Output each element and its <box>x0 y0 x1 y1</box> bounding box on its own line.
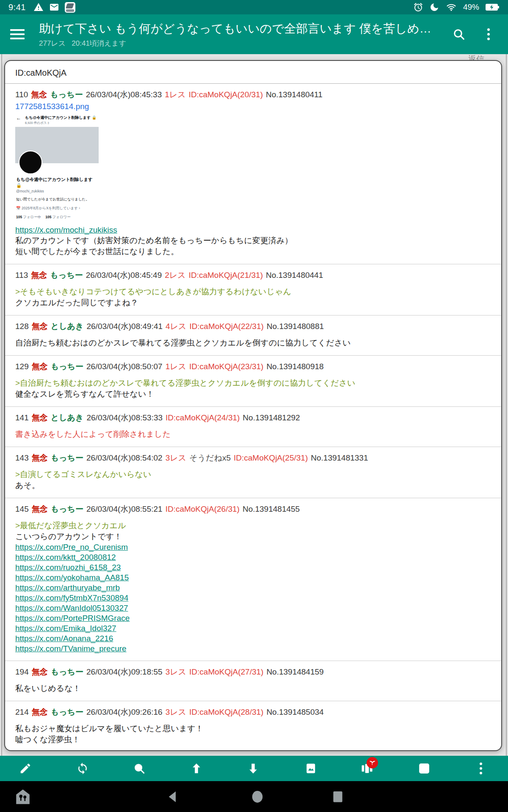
external-link[interactable]: https://x.com/Pre_no_Curenism <box>15 542 491 552</box>
post-id[interactable]: ID:caMoKQjA(23/31) <box>189 362 263 371</box>
refresh-icon[interactable] <box>75 761 90 776</box>
post-id[interactable]: ID:caMoKQjA(28/31) <box>189 708 263 716</box>
post-no: No.1391484159 <box>266 667 323 676</box>
post-214: 214無念もっちー26/03/04(水)09:26:163レスID:caMoKQ… <box>5 701 501 751</box>
post-author: もっちー <box>50 271 83 280</box>
post-datetime: 26/03/04(水)08:53:33 <box>86 413 163 422</box>
external-link[interactable]: https://x.com/Aonana_2216 <box>15 634 491 644</box>
post-datetime: 26/03/04(水)08:50:07 <box>86 362 163 371</box>
post-datetime: 26/03/04(水)08:45:49 <box>86 271 162 280</box>
post-no: No.1391481292 <box>243 413 300 422</box>
post-res-count[interactable]: 3レス <box>166 453 186 462</box>
recents-icon[interactable] <box>331 789 345 805</box>
bottom-toolbar <box>0 756 508 781</box>
post-mitei: 無念 <box>31 90 47 99</box>
back-icon[interactable] <box>166 789 180 805</box>
external-link[interactable]: https://x.com/PortePRISMGrace <box>15 613 491 623</box>
thread-subtitle: 277レス 20:41頃消えます <box>39 38 439 48</box>
post-id[interactable]: ID:caMoKQjA(21/31) <box>189 271 263 280</box>
post-res-count[interactable]: 2レス <box>165 271 185 280</box>
more-icon[interactable] <box>473 761 489 776</box>
post-body: 書き込みをした人によって削除されました <box>15 429 491 440</box>
external-link[interactable]: https://x.com/Emika_Idol327 <box>15 623 491 634</box>
post-res-count[interactable]: 1レス <box>166 362 186 371</box>
post-text: あそ。 <box>15 480 491 491</box>
scroll-up-icon[interactable] <box>189 761 204 776</box>
post-128: 128無念としあき26/03/04(水)08:49:414レスID:caMoKQ… <box>5 315 501 355</box>
tweet-handle: @mochi_zukikiss <box>16 189 99 193</box>
thread-title-block: 助けて下さい もう何がどうなってもいいので全部言います 僕を苦しめ… 277レス… <box>39 21 439 48</box>
stats-icon[interactable] <box>417 761 432 776</box>
post-deleted-text: 書き込みをした人によって削除されました <box>15 429 491 440</box>
menu-icon[interactable] <box>10 29 25 39</box>
post-no: No.1391481455 <box>243 505 300 513</box>
post-id[interactable]: ID:caMoKQjA(27/31) <box>189 667 263 676</box>
post-res-count[interactable]: 3レス <box>166 708 186 716</box>
search-icon[interactable] <box>450 25 468 44</box>
post-res-count[interactable]: 1レス <box>165 90 185 99</box>
post-res-count[interactable]: 4レス <box>166 322 186 331</box>
tweet-joined: 📅 2025年8月からXを利用しています › <box>16 206 99 211</box>
post-datetime: 26/03/04(水)08:45:33 <box>86 90 162 99</box>
post-body: https://x.com/mochi_zukikiss 私のアカウントです（妨… <box>15 225 491 257</box>
post-id[interactable]: ID:caMoKQjA(20/31) <box>189 90 263 99</box>
post-header: 194無念もっちー26/03/04(水)09:18:553レスID:caMoKQ… <box>15 667 491 678</box>
post-no: No.1391480411 <box>266 90 323 99</box>
alarm-icon <box>413 2 423 12</box>
post-author: もっちー <box>51 453 83 462</box>
scroll-down-icon[interactable] <box>246 761 261 776</box>
app-bar: 助けて下さい もう何がどうなってもいいので全部言います 僕を苦しめ… 277レス… <box>0 14 508 54</box>
post-id[interactable]: ID:caMoKQjA(24/31) <box>166 413 240 422</box>
external-link[interactable]: https://x.com/ruozhi_6158_23 <box>15 562 491 573</box>
attachment-thumbnail[interactable]: ← もち@今週中にアカウント削除します 🔒 6,920 件のポスト もち@今週中… <box>15 115 99 220</box>
external-link[interactable]: https://x.com/mochi_zukikiss <box>15 225 491 235</box>
external-link[interactable]: https://x.com/kktt_20080812 <box>15 552 491 562</box>
post-header: 214無念もっちー26/03/04(水)09:26:163レスID:caMoKQ… <box>15 707 491 718</box>
post-id[interactable]: ID:caMoKQjA(25/31) <box>234 453 308 462</box>
post-mitei: 無念 <box>32 413 48 422</box>
post-author: もっちー <box>51 505 83 513</box>
post-header: 113無念もっちー26/03/04(水)08:45:492レスID:caMoKQ… <box>15 270 491 281</box>
post-id[interactable]: ID:caMoKQjA(22/31) <box>190 322 264 331</box>
overflow-icon[interactable] <box>479 25 498 44</box>
post-text: 嘘つくな淫夢虫！ <box>15 734 491 745</box>
avatar <box>19 151 42 174</box>
post-quote: >自治厨たち頼むおはのどかスレで暴れてる淫夢虫とクソカエルを倒すのに協力してくだ… <box>15 378 491 389</box>
post-text: こいつらのアカウントです！ <box>15 531 491 542</box>
pinned-app-icon[interactable] <box>14 787 32 806</box>
external-link[interactable]: https://x.com/fy5tmbX7n530894 <box>15 593 491 603</box>
compose-icon[interactable] <box>18 761 33 776</box>
lock-icon: 🔒 <box>16 183 22 188</box>
futaba-badge-icon <box>367 757 378 768</box>
post-id[interactable]: ID:caMoKQjA(26/31) <box>166 505 240 513</box>
external-link[interactable]: https://x.com/arthuryabe_mrb <box>15 583 491 593</box>
post-no: No.1391485034 <box>266 708 323 716</box>
post-quote: >そもそもいきなりコテつけてるやつにとしあきが協力するわけないじゃん <box>15 286 491 297</box>
post-res-count[interactable]: 3レス <box>166 667 186 676</box>
post-129: 129無念もっちー26/03/04(水)08:50:071レスID:caMoKQ… <box>5 355 501 406</box>
post-text: 健全なスレを荒らすなんて許せない！ <box>15 389 491 400</box>
post-141: 141無念としあき26/03/04(水)08:53:33ID:caMoKQjA(… <box>5 406 501 447</box>
media-icon[interactable] <box>303 761 318 776</box>
post-datetime: 26/03/04(水)08:55:21 <box>86 505 163 513</box>
external-link[interactable]: https://x.com/yokohama_AA815 <box>15 573 491 583</box>
external-link[interactable]: https://x.com/TVanime_precure <box>15 644 491 654</box>
post-number: 128 <box>15 322 29 331</box>
tweet-top-name: もち@今週中にアカウント削除します 🔒 <box>25 115 97 120</box>
post-number: 194 <box>15 667 29 676</box>
background-reply-fragment: 返信 <box>468 55 484 60</box>
search-icon[interactable] <box>132 761 147 776</box>
attachment-filename-link[interactable]: 1772581533614.png <box>15 102 89 111</box>
home-icon[interactable] <box>250 789 265 805</box>
post-number: 110 <box>15 90 28 99</box>
clock-text: 9:41 <box>8 3 26 12</box>
external-link[interactable]: https://x.com/WanIdol05130327 <box>15 603 491 613</box>
post-soudane[interactable]: そうだねx5 <box>189 453 231 462</box>
post-body: 私もおジャ魔女はビルマを履いていたと思います！ 嘘つくな淫夢虫！ <box>15 723 491 745</box>
catalog-icon-with-futaba-badge[interactable] <box>359 761 375 776</box>
do-not-disturb-moon-icon <box>429 2 439 12</box>
post-header: 129無念もっちー26/03/04(水)08:50:071レスID:caMoKQ… <box>15 361 491 372</box>
dialog-id-header: ID:caMoKQjA <box>5 61 501 83</box>
post-number: 214 <box>15 708 29 716</box>
post-no: No.1391481331 <box>311 453 368 462</box>
